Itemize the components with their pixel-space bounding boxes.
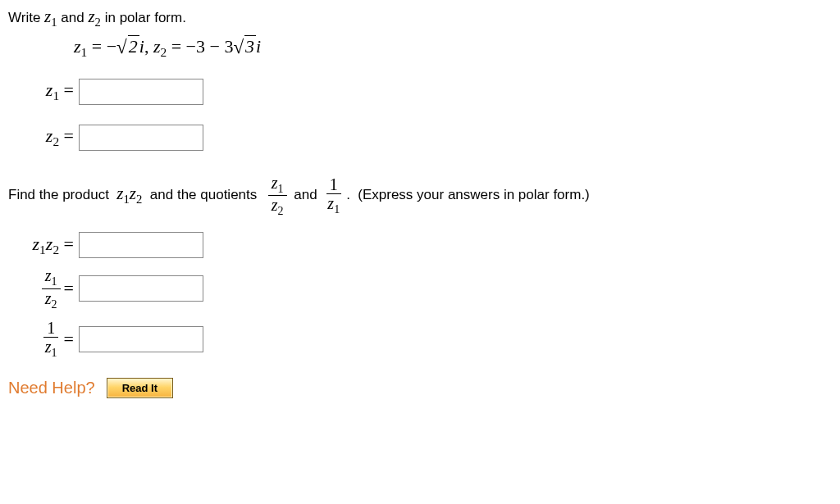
label-z1z2: z1z2 = bbox=[16, 234, 74, 257]
prompt-2: Find the product z1z2 and the quotients … bbox=[8, 174, 832, 218]
answer-row-z1: z1 = bbox=[16, 79, 832, 105]
g-z1-rad: 2 bbox=[128, 35, 139, 57]
lbl-f1-num-z: z bbox=[45, 266, 52, 284]
lbl-z1z2-eq: = bbox=[59, 234, 74, 254]
g-comma: , bbox=[144, 36, 153, 57]
answer-row-z2: z2 = bbox=[16, 125, 832, 151]
p2-f2-den-z: z bbox=[327, 194, 334, 212]
p2-prod: z1z2 bbox=[116, 184, 142, 207]
sqrt-icon: √2 bbox=[116, 36, 139, 58]
z1-sub: 1 bbox=[51, 16, 57, 29]
input-z1-over-z2[interactable] bbox=[79, 275, 203, 302]
lbl-f1-eq: = bbox=[64, 278, 74, 299]
p2-f1-num-s: 1 bbox=[278, 183, 284, 195]
help-label: Need Help? bbox=[8, 379, 95, 397]
input-z1[interactable] bbox=[79, 79, 203, 105]
lbl-f1-den-s: 2 bbox=[52, 298, 57, 311]
p2-and: and bbox=[290, 187, 322, 203]
g-z1-z: z bbox=[74, 36, 81, 57]
lbl-f2-den-s: 1 bbox=[52, 347, 57, 359]
given-equations: z1 = −√2i, z2 = −3 − 3√3i bbox=[74, 36, 832, 60]
g-z2-i: i bbox=[256, 36, 261, 57]
lbl-f1-den-z: z bbox=[45, 289, 52, 307]
p2-f2-num: 1 bbox=[326, 175, 341, 194]
prompt-1-mid: and bbox=[57, 10, 89, 25]
sqrt-icon-2: √3 bbox=[233, 36, 256, 58]
p2-prod-s2: 2 bbox=[136, 193, 142, 207]
lbl-z1-eq: = bbox=[59, 79, 74, 100]
p2-f1-den-s: 2 bbox=[278, 205, 284, 217]
p2-frac1: z1 z2 bbox=[268, 174, 287, 218]
lbl-z2-eq: = bbox=[59, 125, 74, 146]
answer-group-2: z1z2 = z1 z2 = 1 z1 = bbox=[8, 232, 832, 359]
lbl-f2-eq: = bbox=[64, 329, 74, 350]
z2-var: z bbox=[88, 7, 94, 26]
lbl-frac1: z1 z2 bbox=[42, 266, 61, 311]
g-eq1: = bbox=[87, 36, 106, 57]
prompt-1-prefix: Write bbox=[8, 10, 44, 25]
p2-f2-den-s: 1 bbox=[334, 203, 340, 216]
input-z2[interactable] bbox=[79, 125, 203, 151]
lbl-z1z2-z1: z bbox=[33, 234, 40, 254]
g-z2-rhs-a: = −3 − 3 bbox=[167, 36, 233, 57]
prompt-1-suffix: in polar form. bbox=[101, 10, 186, 25]
p2-period: . bbox=[346, 187, 358, 203]
input-1-over-z1[interactable] bbox=[79, 326, 203, 352]
lbl-z1z2-s1: 1 bbox=[39, 243, 46, 257]
label-z1: z1 = bbox=[16, 79, 74, 103]
lbl-z1-sub: 1 bbox=[52, 89, 59, 102]
g-z2-rad: 3 bbox=[244, 35, 256, 57]
p2-f1-den-z: z bbox=[272, 196, 278, 214]
p2-a: Find the product bbox=[8, 187, 116, 203]
help-row: Need Help? Read It bbox=[8, 378, 832, 398]
lbl-z1z2-s2: 2 bbox=[52, 243, 59, 257]
p2-f1-num-z: z bbox=[272, 174, 278, 192]
lbl-f2-num: 1 bbox=[43, 319, 58, 338]
answer-row-z1z2: z1z2 = bbox=[16, 232, 832, 258]
p2-hint: (Express your answers in polar form.) bbox=[358, 187, 589, 203]
prompt-1: Write z1 and z2 in polar form. bbox=[8, 7, 832, 30]
p2-prod-z1: z bbox=[116, 184, 123, 203]
label-z2: z2 = bbox=[16, 125, 74, 149]
p2-b: and the quotients bbox=[142, 187, 264, 203]
p2-prod-s1: 1 bbox=[124, 193, 130, 207]
answer-row-z1-over-z2: z1 z2 = bbox=[16, 266, 832, 311]
label-1-over-z1: 1 z1 = bbox=[16, 319, 74, 359]
lbl-frac2: 1 z1 bbox=[42, 319, 61, 359]
lbl-z2-sub: 2 bbox=[52, 134, 59, 148]
answer-row-1-over-z1: 1 z1 = bbox=[16, 319, 832, 359]
p2-frac2: 1 z1 bbox=[324, 175, 343, 216]
p2-prod-z2: z bbox=[130, 184, 136, 203]
lbl-f1-num-s: 1 bbox=[52, 275, 57, 288]
label-z1-over-z2: z1 z2 = bbox=[16, 266, 74, 311]
g-z1-neg: − bbox=[107, 36, 116, 57]
lbl-f2-den-z: z bbox=[45, 338, 52, 356]
z2-sub: 2 bbox=[95, 16, 101, 29]
input-z1z2[interactable] bbox=[79, 232, 203, 258]
read-it-button[interactable]: Read It bbox=[107, 378, 173, 398]
